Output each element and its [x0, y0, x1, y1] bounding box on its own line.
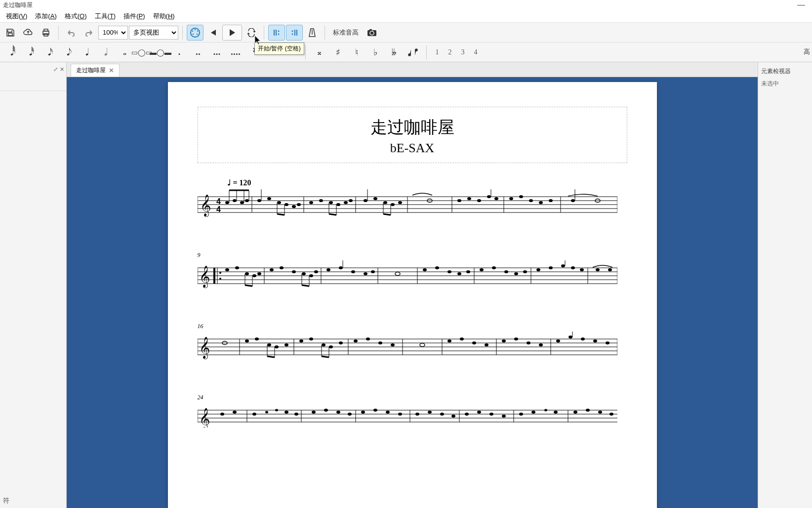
loop-in-button[interactable]	[268, 25, 285, 41]
svg-point-129	[364, 272, 367, 275]
menu-add[interactable]: 添加(A)	[31, 10, 60, 22]
svg-point-115	[257, 272, 261, 275]
svg-point-117	[280, 266, 284, 269]
loop-button[interactable]	[243, 25, 260, 41]
svg-point-85	[549, 199, 553, 202]
svg-point-232	[451, 415, 455, 418]
undo-button[interactable]	[63, 25, 80, 41]
svg-point-60	[336, 203, 340, 206]
svg-point-241	[573, 411, 577, 414]
score-title[interactable]: 走过咖啡屋	[208, 116, 617, 139]
score-page[interactable]: 走过咖啡屋 bE-SAX ♩ = 120 𝄞 4 4	[168, 82, 657, 508]
minimize-button[interactable]: —	[797, 0, 809, 9]
dot-4-button[interactable]: ....	[227, 44, 244, 60]
dot-1-button[interactable]: .	[171, 44, 188, 60]
rewind-button[interactable]	[204, 25, 221, 41]
toolbar-separator	[325, 26, 325, 40]
menubar: 视图(V) 添加(A) 格式(O) 工具(T) 插件(P) 帮助(H)	[0, 10, 812, 23]
svg-rect-10	[276, 30, 277, 36]
panel-expand-icon[interactable]: ⤢	[53, 66, 58, 73]
score-viewport[interactable]: 走过咖啡屋 bE-SAX ♩ = 120 𝄞 4 4	[67, 77, 758, 508]
note-32nd-button[interactable]: 𝅘𝅥𝅰	[21, 44, 38, 60]
svg-point-231	[440, 413, 444, 416]
svg-point-54	[292, 205, 296, 208]
title-frame[interactable]: 走过咖啡屋 bE-SAX	[198, 107, 627, 163]
palette-body	[0, 91, 66, 493]
staff-system-1[interactable]: 𝄞 4 4	[198, 189, 627, 226]
svg-point-191	[502, 339, 506, 342]
measure-number: 9	[198, 252, 201, 259]
flip-button[interactable]	[405, 44, 421, 60]
double-sharp-button[interactable]: 𝄪	[311, 44, 327, 60]
double-flat-button[interactable]: 𝄫	[386, 44, 403, 60]
svg-point-75	[457, 199, 461, 202]
svg-line-62	[329, 214, 336, 215]
note-half-button[interactable]: 𝅗𝅥	[96, 44, 113, 60]
metronome-button[interactable]	[304, 25, 321, 41]
camera-button[interactable]	[364, 25, 380, 41]
svg-point-133	[435, 266, 439, 269]
svg-point-189	[472, 341, 476, 344]
tempo-marking[interactable]: ♩ = 120	[227, 178, 627, 187]
palette-search-row: ✕	[0, 76, 66, 91]
svg-line-72	[383, 214, 391, 215]
staff-system-3[interactable]: 16 𝄞	[198, 332, 627, 368]
svg-point-147	[580, 268, 584, 271]
svg-text:𝄞: 𝄞	[200, 194, 211, 217]
note-longa-button[interactable]: ▬◯▬	[152, 44, 169, 60]
svg-point-220	[294, 413, 298, 416]
menu-view[interactable]: 视图(V)	[2, 10, 31, 22]
panel-close-icon[interactable]: ✕	[60, 66, 64, 73]
save-button[interactable]	[2, 25, 19, 41]
view-mode-select[interactable]: 多页视图	[129, 26, 178, 40]
svg-point-218	[275, 409, 278, 412]
score-subtitle[interactable]: bE-SAX	[208, 141, 617, 156]
svg-point-222	[324, 409, 328, 412]
cloud-upload-button[interactable]	[20, 25, 37, 41]
note-quarter-button[interactable]: 𝅘𝅥	[77, 44, 94, 60]
voice-2-button[interactable]: 2	[445, 46, 455, 59]
svg-point-142	[536, 268, 540, 271]
svg-point-234	[477, 411, 481, 414]
voice-1-button[interactable]: 1	[432, 46, 443, 59]
note-breve-button[interactable]: ▭◯▭	[133, 44, 150, 60]
staff-system-4[interactable]: 24 𝄞	[198, 403, 627, 429]
staff-system-2[interactable]: 9 𝄞	[198, 260, 627, 297]
redo-button[interactable]	[81, 25, 97, 41]
svg-point-109	[235, 266, 239, 269]
menu-help[interactable]: 帮助(H)	[149, 10, 179, 22]
natural-button[interactable]: ♮	[348, 44, 365, 60]
document-tab[interactable]: 走过咖啡屋 ✕	[71, 64, 120, 77]
note-toolbar: 𝅘𝅥𝅱 𝅘𝅥𝅰 𝅘𝅥𝅯 𝅘𝅥𝅮 𝅘𝅥 𝅗𝅥 𝅝 ▭◯▭ ▬◯▬ . .. ...…	[0, 42, 812, 62]
svg-rect-19	[369, 29, 372, 31]
voice-3-button[interactable]: 3	[457, 46, 468, 59]
menu-format[interactable]: 格式(O)	[61, 10, 91, 22]
svg-point-148	[596, 268, 600, 271]
zoom-select[interactable]: 100%	[98, 26, 128, 40]
loop-out-button[interactable]	[286, 25, 303, 41]
note-8th-button[interactable]: 𝅘𝅥𝅮	[58, 44, 75, 60]
svg-point-5	[192, 30, 193, 31]
svg-point-185	[391, 343, 395, 346]
print-button[interactable]	[38, 25, 54, 41]
menu-tools[interactable]: 工具(T)	[91, 10, 120, 22]
dot-3-button[interactable]: ...	[208, 44, 225, 60]
flat-button[interactable]: ♭	[367, 44, 384, 60]
note-16th-button[interactable]: 𝅘𝅥𝅯	[40, 44, 56, 60]
svg-point-198	[581, 338, 585, 340]
tab-close-button[interactable]: ✕	[109, 67, 114, 74]
play-pause-button[interactable]	[222, 25, 242, 41]
menu-plugins[interactable]: 插件(P)	[120, 10, 149, 22]
window-titlebar: 走过咖啡屋 —	[0, 0, 812, 10]
svg-point-81	[509, 197, 513, 200]
svg-point-135	[457, 272, 461, 275]
voice-4-button[interactable]: 4	[470, 46, 481, 59]
svg-point-230	[428, 411, 432, 414]
svg-point-182	[354, 339, 358, 342]
note-whole-button[interactable]: 𝅝	[115, 44, 131, 60]
sharp-button[interactable]: ♯	[329, 44, 346, 60]
note-64th-button[interactable]: 𝅘𝅥𝅱	[2, 44, 19, 60]
dot-2-button[interactable]: ..	[190, 44, 206, 60]
midi-input-button[interactable]	[187, 25, 203, 41]
svg-rect-1	[44, 29, 48, 31]
